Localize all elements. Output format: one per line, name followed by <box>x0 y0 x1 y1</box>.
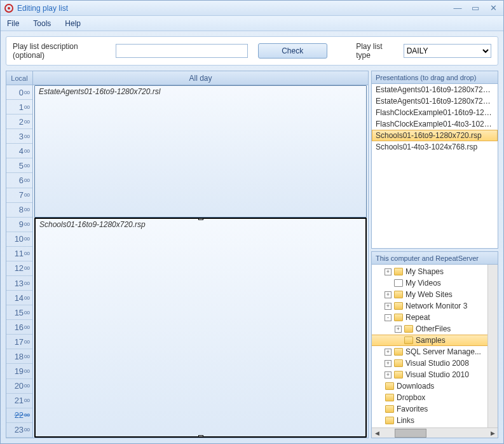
expand-icon[interactable]: + <box>395 326 402 333</box>
time-slot-23: 2300 <box>6 423 32 438</box>
tree-node-label: OtherFiles <box>416 324 451 333</box>
time-slot-14: 1400 <box>6 291 32 305</box>
schedule-event[interactable]: Schools01-16to9-1280x720.rsp <box>34 218 367 438</box>
folder-icon <box>394 302 403 310</box>
tree-node[interactable]: +Visual Studio 2008 <box>372 357 498 369</box>
tree-node[interactable]: +My Shapes <box>372 266 498 277</box>
tree-node[interactable]: +OtherFiles <box>372 323 498 335</box>
menu-file[interactable]: File <box>7 19 19 28</box>
schedule-event[interactable]: EstateAgents01-16to9-1280x720.rsl <box>34 85 367 218</box>
time-slot-15: 1500 <box>6 305 32 320</box>
time-slot-10: 1000 <box>6 232 32 247</box>
folder-icon <box>394 359 403 367</box>
time-slot-7: 700 <box>6 188 32 203</box>
folder-icon <box>394 314 403 321</box>
presentation-item[interactable]: Schools01-4to3-1024x768.rsp <box>372 141 498 153</box>
menu-tools[interactable]: Tools <box>33 19 51 28</box>
check-button[interactable]: Check <box>258 43 327 59</box>
toolbar: Play list description (optional) Check P… <box>6 36 498 66</box>
tree-vertical-scrollbar[interactable] <box>487 265 498 427</box>
folder-icon <box>394 268 403 275</box>
tree-node[interactable]: Dropbox <box>372 392 498 403</box>
window: Editing play list — ▭ ✕ File Tools Help … <box>0 0 504 444</box>
folder-icon <box>385 417 394 424</box>
presentation-item[interactable]: FlashClockExample01-16to9-1280x... <box>372 107 498 118</box>
folder-icon <box>394 371 403 378</box>
folder-icon <box>404 336 413 344</box>
time-column: Local 0001002003004005006007008009001000… <box>6 71 33 438</box>
expand-icon[interactable]: + <box>385 291 392 298</box>
tree-node-label: Samples <box>416 336 446 345</box>
folder-tree[interactable]: +My ShapesMy Videos+My Web Sites+Network… <box>372 265 498 427</box>
scroll-track[interactable] <box>382 429 487 438</box>
tree-horizontal-scrollbar[interactable]: ◀ ▶ <box>372 427 498 438</box>
resize-handle-top[interactable] <box>198 218 203 220</box>
time-slot-19: 1900 <box>6 364 32 378</box>
tree-node[interactable]: +Network Monitor 3 <box>372 300 498 312</box>
tree-node[interactable]: +SQL Server Manage... <box>372 346 498 357</box>
tree-node[interactable]: Favorites <box>372 403 498 415</box>
time-slot-18: 1800 <box>6 349 32 364</box>
resize-handle-bottom[interactable] <box>198 435 203 438</box>
tree-node-label: Network Monitor 3 <box>405 302 467 310</box>
tree-node[interactable]: My Videos <box>372 277 498 289</box>
window-buttons: — ▭ ✕ <box>451 3 500 13</box>
tree-node[interactable]: Links <box>372 415 498 426</box>
schedule-body[interactable]: EstateAgents01-16to9-1280x720.rslSchools… <box>33 85 368 438</box>
tree-node[interactable]: Downloads <box>372 380 498 392</box>
tree-node[interactable]: -Repeat <box>372 312 498 323</box>
description-input[interactable] <box>116 44 248 58</box>
presentation-item[interactable]: FlashClockExample01-4to3-1024x7... <box>372 118 498 130</box>
minimize-button[interactable]: — <box>451 3 464 13</box>
presentations-list[interactable]: EstateAgents01-16to9-1280x720.rslEstateA… <box>372 84 498 248</box>
time-slot-2: 200 <box>6 114 32 129</box>
time-slot-1: 100 <box>6 100 32 114</box>
folder-icon <box>394 348 403 356</box>
day-header: All day <box>33 71 368 85</box>
expand-icon[interactable]: + <box>385 360 392 367</box>
presentation-item[interactable]: Schools01-16to9-1280x720.rsp <box>372 130 498 141</box>
folder-icon <box>404 325 413 333</box>
close-button[interactable]: ✕ <box>487 3 500 13</box>
day-column: All day EstateAgents01-16to9-1280x720.rs… <box>33 71 368 438</box>
expand-icon[interactable]: + <box>385 349 392 356</box>
expand-icon[interactable]: - <box>385 314 392 321</box>
presentation-item[interactable]: EstateAgents01-16to9-1280x720.rsl <box>372 84 498 95</box>
folder-icon <box>385 394 394 401</box>
expand-icon[interactable]: + <box>385 268 392 275</box>
time-slot-9: 900 <box>6 218 32 232</box>
tree-node[interactable]: +Visual Studio 2010 <box>372 369 498 380</box>
folder-icon <box>394 291 403 298</box>
scroll-thumb[interactable] <box>395 429 426 438</box>
tree-node-label: Repeat <box>405 313 430 322</box>
time-slot-21: 2100 <box>6 394 32 408</box>
tree-node-label: Downloads <box>397 382 434 391</box>
time-slot-3: 300 <box>6 129 32 144</box>
expand-icon[interactable]: + <box>385 303 392 310</box>
time-slot-20: 2000 <box>6 379 32 394</box>
right-panels: Presentations (to drag and drop) EstateA… <box>371 71 498 438</box>
titlebar: Editing play list — ▭ ✕ <box>1 1 503 16</box>
folder-icon <box>385 382 394 390</box>
scroll-left-icon[interactable]: ◀ <box>372 429 382 438</box>
time-slot-13: 1300 <box>6 276 32 291</box>
menu-help[interactable]: Help <box>65 19 81 28</box>
time-slot-17: 1700 <box>6 335 32 349</box>
presentations-header: Presentations (to drag and drop) <box>372 71 498 84</box>
window-title: Editing play list <box>17 4 451 13</box>
tree-node-label: My Videos <box>405 279 441 288</box>
time-slot-12: 1200 <box>6 261 32 276</box>
tree-node[interactable]: Samples <box>372 335 498 346</box>
scroll-right-icon[interactable]: ▶ <box>487 429 498 438</box>
expand-icon[interactable]: + <box>385 371 392 378</box>
tree-node[interactable]: +My Web Sites <box>372 289 498 300</box>
description-label: Play list description (optional) <box>13 42 111 60</box>
maximize-button[interactable]: ▭ <box>469 3 482 13</box>
time-slot-16: 1600 <box>6 320 32 335</box>
tree-node-label: Dropbox <box>397 393 425 402</box>
tree-node-label: Links <box>397 416 414 425</box>
time-header: Local <box>6 71 32 85</box>
type-select[interactable]: DAILY <box>404 44 491 58</box>
presentations-panel: Presentations (to drag and drop) EstateA… <box>371 71 498 249</box>
presentation-item[interactable]: EstateAgents01-16to9-1280x720.rsp <box>372 95 498 107</box>
